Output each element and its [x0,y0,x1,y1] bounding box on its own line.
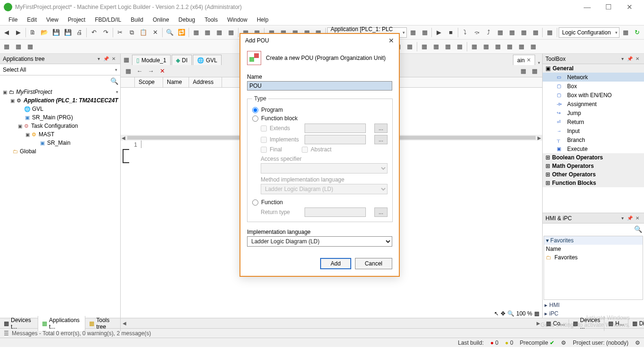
tb-s[interactable]: ▦ [620,27,631,38]
tree-toggle[interactable]: ▣ [2,90,8,95]
close-button[interactable]: ✕ [619,0,640,14]
toolbox-group-general[interactable]: ▣ General [543,64,644,73]
messages-text[interactable]: Messages - Total 0 error(s), 0 warning(s… [12,330,151,337]
menu-debug[interactable]: Debug [174,15,200,25]
zoom-fit-icon[interactable]: ▦ [534,310,539,317]
tb2-m[interactable]: ▦ [480,41,492,52]
select-all-combo[interactable]: Select All▾ [0,64,120,75]
redo-button[interactable]: ↷ [100,27,111,38]
save-all-button[interactable]: 💾 [62,27,74,38]
status-end-icon[interactable]: ⚙ [635,340,640,346]
tb2-n[interactable]: ▦ [492,41,504,52]
tb-p[interactable]: ▦ [518,27,529,38]
tb-n[interactable]: ▦ [495,27,506,38]
copy-button[interactable]: ⧉ [126,27,138,38]
cut-button[interactable]: ✂ [115,27,126,38]
radio-function-label[interactable]: Function [261,199,283,206]
tree-search-input[interactable] [2,77,110,85]
tree-sr-main-prg[interactable]: SR_Main (PRG) [31,114,73,121]
tb2-q[interactable]: ▦ [528,41,539,52]
tb-m[interactable]: ▦ [419,27,430,38]
radio-program-label[interactable]: Program [261,107,283,113]
save-button[interactable]: 💾 [50,27,62,38]
tree-toggle[interactable]: ▣ [17,124,23,129]
toolbox-item-branch[interactable]: ┬Branch [543,135,644,144]
menu-window[interactable]: Window [223,15,252,25]
replace-button[interactable]: 🔁 [176,27,187,38]
messages-icon[interactable]: ☰ [4,330,9,337]
radio-fb-label[interactable]: Function block [261,115,297,122]
favorites-item[interactable]: 🗀 Favorites [544,253,643,262]
tab-gvl[interactable]: 🌐 GVL [193,55,222,65]
toolbox-item-assignment[interactable]: -⊳Assignment [543,99,644,108]
tb-r[interactable]: ▦ [544,27,555,38]
menu-online[interactable]: Online [148,15,174,25]
undo-button[interactable]: ↶ [88,27,99,38]
hmiipc-collapse-button[interactable]: ▾ [619,215,626,221]
toolbox-collapse-button[interactable]: ▾ [619,56,626,61]
menu-view[interactable]: View [41,15,63,25]
center-scroll-left-icon[interactable]: ◀ [121,321,128,326]
search-icon[interactable]: 🔍 [634,225,642,233]
doc-tb-back[interactable]: ← [134,66,145,77]
tb2-l[interactable]: ▦ [469,41,480,52]
menu-help[interactable]: Help [252,15,273,25]
cursor-icon[interactable]: ↖ [494,310,499,317]
run-button[interactable]: ▶ [433,27,445,38]
cancel-button[interactable]: Cancel [355,258,392,269]
toolbox-group-fb[interactable]: ⊞Function Blocks [543,179,644,187]
tb2-a[interactable]: ▦ [1,41,12,52]
tb2-o[interactable]: ▦ [504,41,515,52]
open-button[interactable]: 📂 [39,27,50,38]
doc-tb-view2[interactable]: ▦ [529,66,540,77]
tb-l[interactable]: ▦ [407,27,419,38]
doc-tb-a[interactable]: ▦ [123,66,134,77]
radio-function-block[interactable] [252,116,258,122]
toolbox-item-jump[interactable]: ↪Jump [543,108,644,117]
col-name[interactable]: Name [163,77,189,87]
status-icon[interactable]: ⚙ [561,340,566,346]
radio-program[interactable] [252,107,258,113]
tree-project[interactable]: MyFirstProject [15,89,52,95]
btab-devices-tree[interactable]: ▦Devices t... [0,316,38,331]
tree-toggle[interactable]: ▣ [9,98,15,103]
tb2-c[interactable]: ▦ [25,41,36,52]
refresh-button[interactable]: ↻ [632,27,643,38]
back-button[interactable]: ◀ [1,27,12,38]
panel-collapse-button[interactable]: ▾ [95,56,102,61]
tb-b[interactable]: ▦ [202,27,213,38]
tab-module-1[interactable]: ▯ Module_1 [132,55,171,65]
tree-global[interactable]: Global [19,148,36,155]
col-scope[interactable]: Scope [135,77,163,87]
toolbox-item-network[interactable]: ▭Network [543,73,644,82]
find-button[interactable]: 🔍 [164,27,175,38]
toolbox-group-boolean[interactable]: ⊞Boolean Operators [543,153,644,162]
tb-q[interactable]: ▦ [530,27,541,38]
tree-sr-main[interactable]: SR_Main [46,140,70,146]
forward-button[interactable]: ▶ [13,27,24,38]
tree-mast[interactable]: MAST [38,131,54,138]
zoom-value[interactable]: 100 % [516,310,532,317]
minimize-button[interactable]: — [577,0,598,14]
toolbox-item-return[interactable]: ⏎Return [543,117,644,126]
tb2-i[interactable]: ▦ [430,41,442,52]
stop-button[interactable]: ■ [445,27,456,38]
print-button[interactable]: 🖨 [74,27,85,38]
tb-d[interactable]: ▦ [225,27,237,38]
search-icon[interactable]: 🔍 [110,77,118,85]
tree-application[interactable]: Application (PLC_1: TM241CEC24T [23,97,118,104]
center-tb-a[interactable]: ▦ [121,54,132,65]
step-into-button[interactable]: ⤵ [460,27,471,38]
rtab-di[interactable]: ▦Di... [628,319,644,328]
hmiipc-close-button[interactable]: ✕ [634,215,641,221]
toolbox-group-math[interactable]: ⊞Math Operators [543,162,644,170]
tabs-overflow-icon[interactable]: ▾ [536,60,542,65]
pou-name-input[interactable] [247,81,392,91]
doc-tb-view1[interactable]: ▦ [518,66,529,77]
tree-gvl[interactable]: GVL [31,106,43,112]
radio-function[interactable] [252,199,258,206]
tb2-j[interactable]: ▦ [442,41,454,52]
hmi-footer-row[interactable]: ▸ HMI [543,301,644,309]
menu-build[interactable]: Build [126,15,148,25]
toolbox-pin-button[interactable]: 📌 [626,56,634,61]
